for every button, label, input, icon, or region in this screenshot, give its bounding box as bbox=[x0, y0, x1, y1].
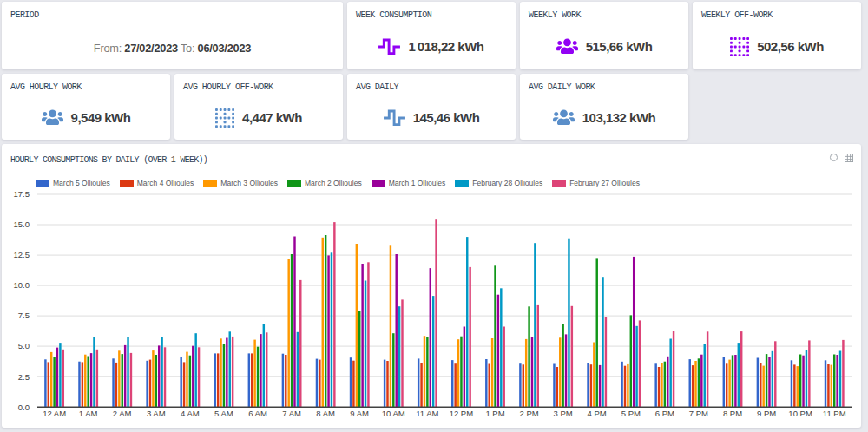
svg-text:0.0: 0.0 bbox=[18, 403, 30, 412]
svg-text:7.5: 7.5 bbox=[18, 311, 30, 320]
svg-text:6 PM: 6 PM bbox=[655, 409, 674, 418]
svg-text:12.5: 12.5 bbox=[14, 250, 30, 259]
svg-text:10 PM: 10 PM bbox=[788, 409, 812, 418]
svg-text:2.5: 2.5 bbox=[18, 372, 30, 382]
svg-text:5 AM: 5 AM bbox=[214, 409, 233, 418]
svg-text:1 AM: 1 AM bbox=[79, 409, 98, 418]
svg-text:4 AM: 4 AM bbox=[181, 409, 200, 418]
svg-text:1 PM: 1 PM bbox=[485, 409, 504, 418]
svg-text:3 AM: 3 AM bbox=[147, 409, 166, 418]
svg-text:9 PM: 9 PM bbox=[757, 409, 776, 418]
svg-text:7 PM: 7 PM bbox=[689, 409, 708, 418]
svg-text:11 PM: 11 PM bbox=[823, 409, 846, 418]
svg-text:7 AM: 7 AM bbox=[282, 409, 301, 418]
svg-text:15.0: 15.0 bbox=[14, 219, 30, 229]
svg-text:2 AM: 2 AM bbox=[113, 409, 132, 418]
svg-text:4 PM: 4 PM bbox=[588, 409, 607, 418]
svg-text:2 PM: 2 PM bbox=[520, 409, 539, 418]
svg-text:5 PM: 5 PM bbox=[621, 409, 641, 418]
svg-text:12 AM: 12 AM bbox=[43, 409, 66, 418]
svg-text:10 AM: 10 AM bbox=[382, 409, 405, 418]
svg-text:8 AM: 8 AM bbox=[316, 409, 335, 418]
svg-text:9 AM: 9 AM bbox=[350, 409, 369, 418]
svg-text:8 PM: 8 PM bbox=[723, 409, 742, 418]
svg-text:11 AM: 11 AM bbox=[416, 409, 438, 418]
svg-text:3 PM: 3 PM bbox=[554, 409, 573, 418]
svg-text:10.0: 10.0 bbox=[14, 280, 30, 290]
svg-text:5.0: 5.0 bbox=[18, 341, 30, 350]
svg-text:17.5: 17.5 bbox=[14, 189, 30, 199]
svg-text:12 PM: 12 PM bbox=[450, 409, 474, 418]
svg-text:6 AM: 6 AM bbox=[248, 409, 267, 418]
